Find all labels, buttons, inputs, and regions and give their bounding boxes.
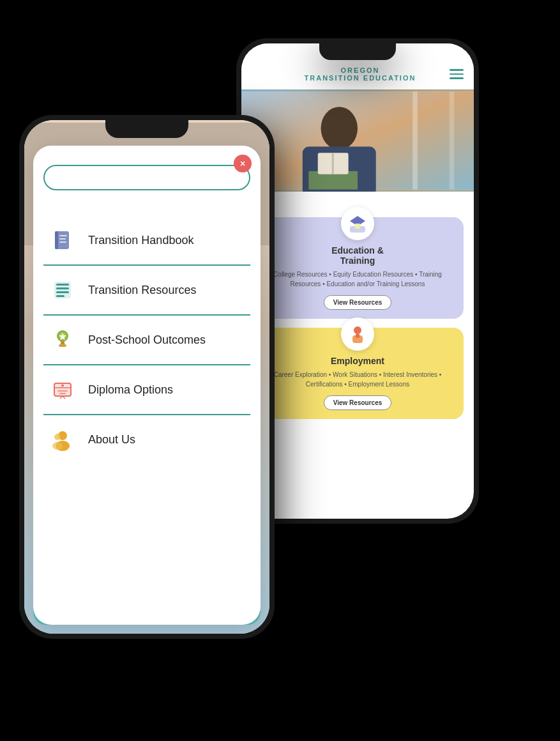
employment-view-resources-btn[interactable]: View Resources [324,395,392,410]
svg-rect-30 [56,295,64,297]
about-us-icon [49,425,77,454]
diploma-options-label: Diploma Options [88,383,173,397]
transition-resources-label: Transition Resources [88,284,196,297]
employment-icon-svg [347,324,368,344]
svg-point-12 [354,326,361,334]
svg-rect-29 [56,291,69,293]
app-title-line2: TRANSITION EDUCATION [271,74,450,82]
app-title-line1: OREGON [271,66,450,74]
education-card: Education &Training College Resources • … [252,217,464,319]
transition-resources-icon [49,276,77,304]
svg-rect-3 [450,91,455,189]
svg-rect-22 [55,231,58,249]
education-icon-svg [347,213,368,234]
employment-card-icon [341,317,374,351]
svg-rect-2 [412,91,418,189]
hero-image [241,89,474,192]
svg-rect-35 [59,344,66,347]
transition-handbook-label: Transition Handbook [88,234,193,247]
svg-rect-28 [56,287,69,289]
menu-list: Transition Handbook Transition Resources [43,216,250,464]
svg-rect-24 [59,238,66,240]
svg-rect-11 [355,224,360,229]
front-phone-screen: × [24,120,269,634]
menu-item-transition-handbook[interactable]: Transition Handbook [43,216,250,266]
back-phone-screen: OREGON TRANSITION EDUCATION [241,43,474,519]
edu-card-icon [341,207,374,240]
menu-overlay: × [33,146,261,625]
svg-point-46 [54,434,61,440]
front-phone: × [19,115,275,639]
edu-card-section: Education &Training College Resources • … [241,192,474,433]
edu-card-title: Education &Training [261,245,455,266]
svg-rect-8 [332,153,334,174]
menu-item-diploma-options[interactable]: Diploma Options [43,365,250,415]
svg-point-4 [321,107,358,149]
svg-point-41 [61,385,64,387]
diploma-options-icon [49,376,77,404]
svg-point-47 [52,442,63,450]
transition-handbook-icon [49,226,77,254]
menu-item-about-us[interactable]: About Us [43,415,250,464]
svg-rect-25 [59,241,66,243]
menu-item-post-school-outcomes[interactable]: Post-School Outcomes [43,316,250,365]
search-wrapper [43,158,250,203]
svg-rect-14 [356,334,359,338]
menu-item-transition-resources[interactable]: Transition Resources [43,266,250,316]
hero-person-svg [241,89,474,192]
edu-view-resources-btn[interactable]: View Resources [324,295,392,310]
svg-rect-40 [59,393,66,394]
post-school-outcomes-label: Post-School Outcomes [88,333,206,347]
close-button[interactable]: × [234,155,252,172]
about-us-label: About Us [88,433,135,447]
svg-rect-23 [59,235,67,236]
hamburger-icon[interactable] [450,69,464,79]
post-school-outcomes-icon [49,326,77,354]
employment-card-desc: Career Exploration • Work Situations • I… [261,370,455,389]
back-header-title: OREGON TRANSITION EDUCATION [271,66,450,82]
svg-rect-39 [57,390,68,392]
employment-card: Employment Career Exploration • Work Sit… [252,328,464,419]
search-input[interactable] [43,165,250,190]
employment-card-title: Employment [261,356,455,366]
svg-rect-27 [56,284,69,286]
edu-card-desc: College Resources • Equity Education Res… [261,270,455,289]
